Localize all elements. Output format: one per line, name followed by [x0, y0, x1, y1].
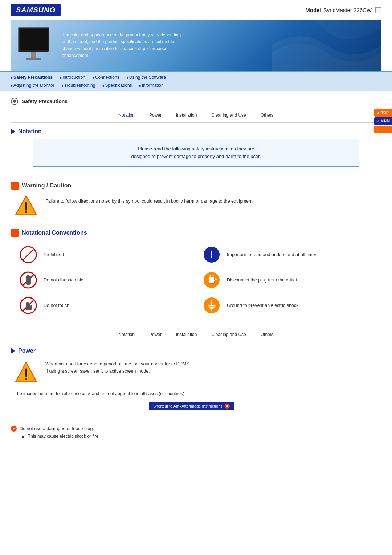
tab-power[interactable]: Power [149, 113, 162, 119]
warning-icon: ! [11, 182, 19, 190]
section-title: Safety Precautions [22, 98, 68, 104]
hero-waves [272, 20, 381, 71]
important-label: Important to read and understand at all … [227, 252, 317, 257]
notation-title: Notation [18, 128, 42, 135]
monitor-illustration [15, 25, 54, 65]
section-circle-dot [13, 100, 16, 103]
main-button[interactable]: ↵ MAIN [374, 117, 392, 125]
power-arrow-icon [11, 348, 15, 354]
bottom-tab-cleaning-use[interactable]: Cleaning and Use [211, 332, 246, 338]
bottom-tab-power[interactable]: Power [149, 332, 162, 338]
power-caution-icon [15, 360, 38, 384]
nav-introduction[interactable]: Introduction [60, 74, 93, 81]
no-touch-icon [18, 296, 38, 316]
prohibited-icon [18, 245, 38, 265]
important-icon: ! [201, 245, 221, 265]
svg-rect-15 [26, 276, 31, 284]
section-circle-icon [11, 98, 18, 105]
sub-bullet-text-0: This may cause electric shock or fire. [28, 434, 99, 439]
notation-info-box: Please read the following safety instruc… [33, 139, 359, 167]
nav-safety-precautions[interactable]: Safety Precautions [11, 74, 60, 81]
notation-header: Notation [11, 128, 381, 135]
warning-header: ! Warning / Caution [11, 182, 381, 190]
svg-point-8 [25, 211, 27, 213]
warning-title: Warning / Caution [22, 182, 71, 189]
main-content: Safety Precautions Notation Power Instal… [0, 91, 392, 422]
top-button[interactable]: ▲ TOP [374, 109, 392, 117]
tab-installation[interactable]: Installation [176, 113, 197, 119]
side-buttons: ▲ TOP ↵ MAIN ↑ [374, 109, 392, 133]
info-text-line2: designed to prevent damage to property a… [40, 153, 352, 161]
caution-triangle-icon: ! [15, 194, 38, 218]
up-button[interactable]: ↑ [374, 126, 392, 133]
bullet-dot-icon: ● [11, 426, 17, 432]
nav-adjusting-monitor[interactable]: Adjusting the Monitor [11, 82, 62, 89]
bullet-item-0: ● Do not use a damaged or loose plug. [11, 425, 381, 432]
shortcut-button[interactable]: Shortcut to Anti-Afterimage Instructions… [149, 402, 234, 410]
ground-icon [201, 296, 221, 316]
hero-banner: The color and appearance of the product … [11, 20, 381, 71]
model-label: Model [305, 7, 321, 13]
svg-rect-19 [209, 277, 214, 283]
power-body: When not used for extended period of tim… [11, 358, 381, 386]
power-section: Power When not used for extended period … [11, 342, 381, 418]
power-text: When not used for extended period of tim… [45, 360, 191, 375]
nav-specifications[interactable]: Specifications [102, 82, 139, 89]
bottom-tab-notation[interactable]: Notation [118, 332, 135, 338]
disconnect-icon [201, 270, 221, 290]
warning-body-text: Failure to follow directions noted by th… [45, 194, 254, 205]
header: SAMSUNG Model SyncMaster 226CW [0, 0, 392, 16]
notation-section: Notation Please read the following safet… [11, 123, 381, 176]
no-disassemble-label: Do not disassemble [44, 278, 83, 283]
hero-text: The color and appearance of the product … [62, 32, 185, 60]
warning-body: ! Failure to follow directions noted by … [11, 194, 381, 218]
shortcut-circle-icon: ● [225, 404, 230, 409]
svg-rect-2 [31, 52, 36, 58]
notational-conventions-section: ! Notational Conventions Prohibited [11, 223, 381, 325]
disconnect-label: Disconnect the plug from the outlet [227, 278, 297, 283]
nav-connections[interactable]: Connections [93, 74, 127, 81]
bottom-tab-nav: Notation Power Installation Cleaning and… [11, 327, 381, 342]
bottom-tab-installation[interactable]: Installation [176, 332, 197, 338]
bullet-text-0: Do not use a damaged or loose plug. [20, 425, 94, 432]
no-touch-label: Do not touch [44, 303, 69, 308]
bullet-section: ● Do not use a damaged or loose plug. ▶ … [0, 422, 392, 443]
convention-important: ! Important to read and understand at al… [201, 245, 374, 265]
power-text-line1: When not used for extended period of tim… [45, 360, 191, 368]
nav-troubleshooting[interactable]: Troubleshooting [62, 82, 103, 89]
svg-rect-3 [26, 58, 41, 60]
tab-notation[interactable]: Notation [118, 113, 135, 119]
sub-bullet-0: ▶ This may cause electric shock or fire. [22, 434, 381, 439]
section-header: Safety Precautions [11, 95, 381, 108]
top-tab-nav: Notation Power Installation Cleaning and… [11, 108, 381, 123]
nav-bar: Safety Precautions Introduction Connecti… [0, 71, 392, 91]
tab-others[interactable]: Others [261, 113, 274, 119]
sub-arrow-icon: ▶ [22, 434, 25, 439]
svg-point-35 [25, 378, 27, 380]
samsung-logo: SAMSUNG [11, 4, 61, 16]
convention-prohibited: Prohibited [18, 245, 191, 265]
convention-no-disassemble: Do not disassemble [18, 270, 191, 290]
power-header: Power [11, 348, 381, 354]
convention-disconnect: Disconnect the plug from the outlet [201, 270, 374, 290]
info-text-line1: Please read the following safety instruc… [40, 145, 352, 153]
conventions-icon: ! [11, 229, 19, 237]
power-title: Power [18, 348, 36, 354]
convention-ground: Ground to prevent an electric shock [201, 296, 374, 316]
prohibited-label: Prohibited [44, 252, 64, 257]
no-disassemble-icon [18, 270, 38, 290]
conventions-grid: Prohibited ! Important to read and under… [11, 241, 381, 319]
nav-information[interactable]: Information [139, 82, 171, 89]
shortcut-button-label: Shortcut to Anti-Afterimage Instructions [153, 404, 222, 408]
nav-using-software[interactable]: Using the Software [127, 74, 173, 81]
conventions-title: Notational Conventions [22, 230, 87, 236]
svg-text:!: ! [210, 250, 213, 259]
power-text-line2: If using a screen saver, set it to activ… [45, 368, 191, 375]
svg-rect-17 [27, 283, 30, 285]
tab-cleaning-use[interactable]: Cleaning and Use [211, 113, 246, 119]
power-ref-text: The images here are for reference only, … [11, 389, 381, 398]
ground-label: Ground to prevent an electric shock [227, 303, 298, 308]
svg-rect-16 [27, 275, 29, 277]
bottom-tab-others[interactable]: Others [261, 332, 274, 338]
model-dropdown[interactable] [375, 7, 381, 13]
